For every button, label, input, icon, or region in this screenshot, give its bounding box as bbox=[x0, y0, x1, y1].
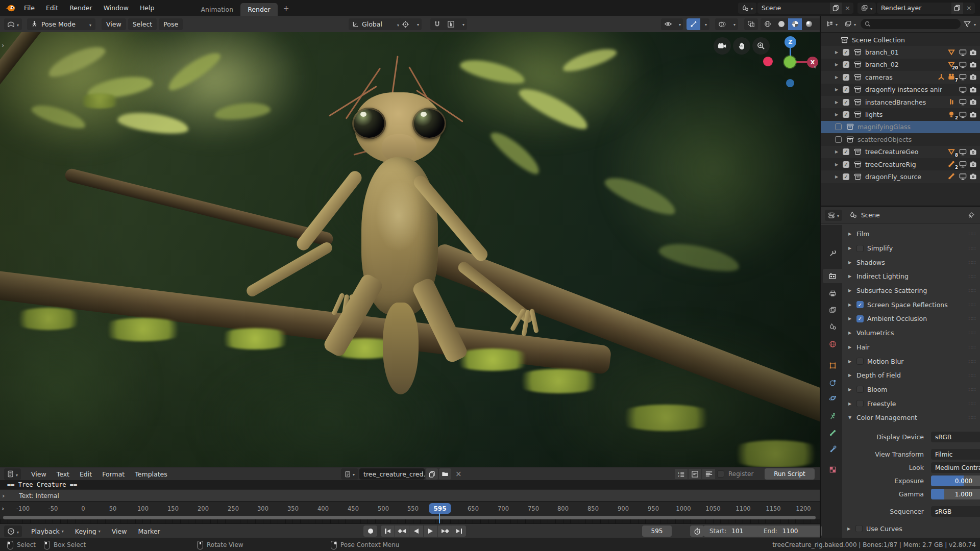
playback-menu[interactable]: Marker bbox=[133, 523, 165, 539]
remove-renderlayer-button[interactable]: × bbox=[963, 4, 975, 12]
disclosure-triangle-icon[interactable]: ▶ bbox=[835, 162, 843, 167]
text-browse-button[interactable] bbox=[341, 468, 358, 480]
shading-rendered-button[interactable] bbox=[802, 18, 816, 30]
panel-header[interactable]: Hair bbox=[842, 340, 980, 355]
disclosure-triangle-icon[interactable]: ▶ bbox=[835, 174, 843, 179]
new-renderlayer-button[interactable] bbox=[951, 3, 963, 14]
show-overlays-button[interactable] bbox=[715, 18, 729, 30]
workspace-tab[interactable]: Render bbox=[240, 3, 278, 16]
disclosure-triangle-icon[interactable]: ▶ bbox=[835, 100, 843, 105]
prev-keyframe-button[interactable] bbox=[395, 525, 409, 537]
unlink-scene-button[interactable]: × bbox=[842, 4, 853, 12]
outliner-row[interactable]: ▶ treeCreatureRig 2 bbox=[821, 158, 980, 170]
play-reverse-button[interactable] bbox=[409, 525, 423, 537]
collection-checkbox[interactable] bbox=[835, 123, 842, 130]
editor-type-button[interactable] bbox=[4, 18, 22, 30]
editor-divider[interactable] bbox=[820, 16, 821, 538]
axis-y-ball[interactable] bbox=[784, 56, 796, 68]
panel-disclosure-icon[interactable] bbox=[848, 415, 856, 420]
text-editor-menu[interactable]: Text bbox=[52, 466, 75, 482]
transform-orientation-dropdown[interactable]: Global bbox=[349, 18, 403, 30]
current-frame-field[interactable]: 595 bbox=[642, 525, 672, 537]
world-tab[interactable] bbox=[823, 337, 842, 351]
disable-in-viewports-icon[interactable] bbox=[959, 111, 967, 118]
timeline-editor-type-button[interactable] bbox=[4, 525, 22, 537]
viewport-menu[interactable]: View bbox=[102, 18, 126, 30]
panel-disclosure-icon[interactable] bbox=[848, 303, 856, 307]
disable-in-viewports-icon[interactable] bbox=[959, 61, 967, 68]
panel-header[interactable]: Shadows bbox=[842, 255, 980, 269]
panel-checkbox[interactable] bbox=[856, 245, 864, 252]
text-editor-menu[interactable]: View bbox=[26, 466, 52, 482]
viewport-menu[interactable]: Select bbox=[128, 18, 157, 30]
text-name-field[interactable]: tree_creature_cred.. bbox=[359, 470, 425, 478]
timeline-scrollbar[interactable] bbox=[3, 516, 816, 519]
use-preview-range-button[interactable] bbox=[690, 525, 704, 537]
play-button[interactable] bbox=[424, 525, 437, 537]
show-gizmo-button[interactable] bbox=[687, 18, 700, 30]
axis-z-ball[interactable]: Z bbox=[785, 36, 796, 48]
outliner-row[interactable]: ▶ instancedBranches bbox=[821, 96, 980, 108]
panel-grip-icon[interactable] bbox=[968, 344, 976, 350]
panel-header[interactable]: Bloom bbox=[842, 383, 980, 397]
outliner-row[interactable]: ▶ scatteredObjects bbox=[821, 133, 980, 145]
use-curves-checkbox[interactable] bbox=[855, 525, 863, 532]
footer-toggle-arrow[interactable]: › bbox=[2, 492, 5, 499]
topbar-menu[interactable]: Render bbox=[64, 0, 98, 16]
text-editor-menu[interactable]: Templates bbox=[130, 466, 173, 482]
pin-icon[interactable] bbox=[968, 212, 975, 219]
object-visibility-button[interactable] bbox=[661, 18, 675, 30]
view-transform-dropdown[interactable]: Filmic▾ bbox=[931, 449, 980, 460]
panel-grip-icon[interactable] bbox=[968, 415, 976, 420]
outliner-row[interactable]: ▶ treeCreatureGeo 8 bbox=[821, 146, 980, 158]
workspace-tab[interactable]: Animation bbox=[193, 3, 240, 16]
renderlayer-browse-button[interactable] bbox=[857, 3, 876, 14]
collection-checkbox[interactable] bbox=[843, 148, 849, 155]
panel-header[interactable]: Ambient Occlusion bbox=[842, 312, 980, 326]
disable-in-renders-icon[interactable] bbox=[969, 86, 977, 93]
collection-checkbox[interactable] bbox=[843, 173, 849, 180]
editor-divider[interactable] bbox=[821, 206, 980, 207]
panel-disclosure-icon[interactable] bbox=[848, 274, 856, 279]
disable-in-viewports-icon[interactable] bbox=[959, 148, 967, 156]
outliner-row[interactable]: ▶ magnifyingGlass bbox=[821, 121, 980, 133]
panel-grip-icon[interactable] bbox=[968, 260, 976, 265]
current-frame-badge[interactable]: 595 bbox=[429, 503, 451, 514]
toolbar-toggle-arrow[interactable]: › bbox=[2, 41, 4, 49]
disable-in-viewports-icon[interactable] bbox=[959, 161, 967, 168]
panel-disclosure-icon[interactable] bbox=[848, 373, 856, 378]
disable-in-viewports-icon[interactable] bbox=[959, 73, 967, 81]
panel-grip-icon[interactable] bbox=[968, 387, 976, 392]
outliner-row[interactable]: ▶ lights 2 bbox=[821, 108, 980, 120]
run-script-button[interactable]: Run Script bbox=[765, 468, 815, 480]
axis-x-ball[interactable]: X bbox=[807, 57, 818, 68]
playback-menu[interactable]: Playback bbox=[26, 523, 69, 539]
panel-disclosure-icon[interactable] bbox=[848, 402, 856, 406]
panel-disclosure-icon[interactable] bbox=[848, 316, 856, 321]
disable-in-viewports-icon[interactable] bbox=[959, 86, 967, 93]
disclosure-triangle-icon[interactable]: ▶ bbox=[835, 75, 843, 80]
falloff-dropdown[interactable] bbox=[458, 18, 467, 30]
collection-checkbox[interactable] bbox=[843, 111, 849, 118]
unlink-text-button[interactable]: × bbox=[452, 469, 465, 479]
panel-grip-icon[interactable] bbox=[968, 330, 976, 336]
use-curves-disclosure-icon[interactable] bbox=[847, 527, 855, 531]
disable-in-renders-icon[interactable] bbox=[969, 61, 977, 68]
gamma-slider[interactable]: 1.000 bbox=[931, 489, 980, 499]
collection-checkbox[interactable] bbox=[843, 61, 849, 68]
panel-grip-icon[interactable] bbox=[968, 245, 976, 251]
ruler-toggle-arrow[interactable]: › bbox=[2, 505, 4, 512]
object-tab[interactable] bbox=[823, 358, 842, 372]
disclosure-triangle-icon[interactable]: ▶ bbox=[835, 62, 843, 67]
panel-header[interactable]: Simplify bbox=[842, 241, 980, 256]
properties-editor-type-button[interactable] bbox=[825, 210, 842, 221]
scene-browse-button[interactable] bbox=[738, 3, 756, 14]
overlays-dropdown[interactable] bbox=[729, 18, 738, 30]
disable-in-renders-icon[interactable] bbox=[969, 111, 977, 118]
collection-checkbox[interactable] bbox=[835, 136, 842, 143]
outliner-row[interactable]: ▶ branch_02 20 bbox=[821, 59, 980, 71]
outliner-row[interactable]: ▶ dragonfly instances anin bbox=[821, 84, 980, 96]
disable-in-renders-icon[interactable] bbox=[969, 73, 977, 81]
topbar-menu[interactable]: Window bbox=[98, 0, 134, 16]
panel-checkbox[interactable] bbox=[856, 315, 864, 322]
